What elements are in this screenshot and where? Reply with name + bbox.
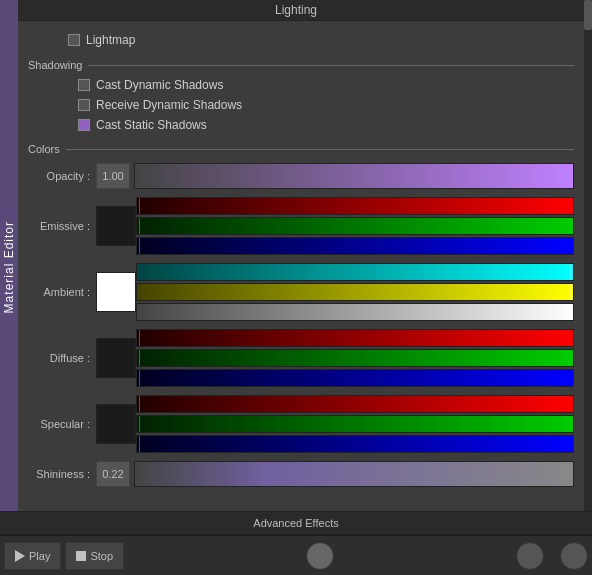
stop-label: Stop	[90, 550, 113, 562]
emissive-row: Emissive :	[28, 193, 574, 259]
scrollbar-thumb[interactable]	[584, 0, 592, 30]
shininess-label: Shininess :	[28, 468, 96, 480]
stop-icon	[76, 551, 86, 561]
cast-dynamic-shadows-checkbox[interactable]	[78, 79, 90, 91]
play-label: Play	[29, 550, 50, 562]
toolbar: Play Stop	[0, 535, 592, 575]
emissive-swatch[interactable]	[96, 206, 136, 246]
diffuse-green-slider[interactable]	[136, 349, 574, 367]
specular-row: Specular :	[28, 391, 574, 457]
specular-label: Specular :	[28, 418, 96, 430]
receive-dynamic-shadows-label: Receive Dynamic Shadows	[96, 98, 242, 112]
advanced-effects-label: Advanced Effects	[253, 517, 338, 529]
emissive-label: Emissive :	[28, 220, 96, 232]
ambient-label: Ambient :	[28, 286, 96, 298]
ambient-swatch[interactable]	[96, 272, 136, 312]
shadowing-section: Cast Dynamic Shadows Receive Dynamic Sha…	[28, 75, 574, 135]
side-tab[interactable]: Material Editor	[0, 0, 18, 535]
emissive-red-slider[interactable]	[136, 197, 574, 215]
ambient-yellow-slider[interactable]	[136, 283, 574, 301]
lightmap-row: Lightmap	[28, 27, 574, 51]
opacity-input[interactable]	[96, 163, 130, 189]
advanced-effects-bar: Advanced Effects	[0, 511, 592, 535]
diffuse-red-slider[interactable]	[136, 329, 574, 347]
shininess-row: Shininess :	[28, 457, 574, 491]
emissive-sliders	[136, 197, 574, 255]
receive-dynamic-shadows-checkbox[interactable]	[78, 99, 90, 111]
ambient-white-slider[interactable]	[136, 303, 574, 321]
ambient-sliders	[136, 263, 574, 321]
side-tab-label: Material Editor	[2, 221, 16, 313]
diffuse-blue-slider[interactable]	[136, 369, 574, 387]
window-title: Lighting	[275, 3, 317, 17]
toolbar-circle-2[interactable]	[516, 542, 544, 570]
scrollbar[interactable]	[584, 0, 592, 535]
play-button[interactable]: Play	[4, 542, 61, 570]
toolbar-circle-1[interactable]	[306, 542, 334, 570]
ambient-row: Ambient :	[28, 259, 574, 325]
opacity-row: Opacity :	[28, 159, 574, 193]
shadowing-section-header: Shadowing	[28, 59, 574, 71]
specular-green-slider[interactable]	[136, 415, 574, 433]
section-line	[88, 65, 574, 66]
specular-sliders	[136, 395, 574, 453]
ambient-cyan-slider[interactable]	[136, 263, 574, 281]
cast-dynamic-shadows-label: Cast Dynamic Shadows	[96, 78, 223, 92]
opacity-bar[interactable]	[134, 163, 574, 189]
diffuse-label: Diffuse :	[28, 352, 96, 364]
specular-red-slider[interactable]	[136, 395, 574, 413]
shadow-row-3: Cast Static Shadows	[48, 115, 574, 135]
play-icon	[15, 550, 25, 562]
emissive-blue-slider[interactable]	[136, 237, 574, 255]
cast-static-shadows-checkbox[interactable]	[78, 119, 90, 131]
shadow-row-1: Cast Dynamic Shadows	[48, 75, 574, 95]
lightmap-label: Lightmap	[86, 33, 135, 47]
specular-blue-slider[interactable]	[136, 435, 574, 453]
diffuse-swatch[interactable]	[96, 338, 136, 378]
diffuse-row: Diffuse :	[28, 325, 574, 391]
stop-button[interactable]: Stop	[65, 542, 124, 570]
lightmap-checkbox[interactable]	[68, 34, 80, 46]
shadow-row-2: Receive Dynamic Shadows	[48, 95, 574, 115]
cast-static-shadows-label: Cast Static Shadows	[96, 118, 207, 132]
shininess-input[interactable]	[96, 461, 130, 487]
diffuse-sliders	[136, 329, 574, 387]
emissive-green-slider[interactable]	[136, 217, 574, 235]
title-bar: Lighting	[0, 0, 592, 21]
colors-section-header: Colors	[28, 143, 574, 155]
toolbar-circle-3[interactable]	[560, 542, 588, 570]
specular-swatch[interactable]	[96, 404, 136, 444]
colors-section-line	[66, 149, 574, 150]
shininess-bar[interactable]	[134, 461, 574, 487]
opacity-label: Opacity :	[28, 170, 96, 182]
